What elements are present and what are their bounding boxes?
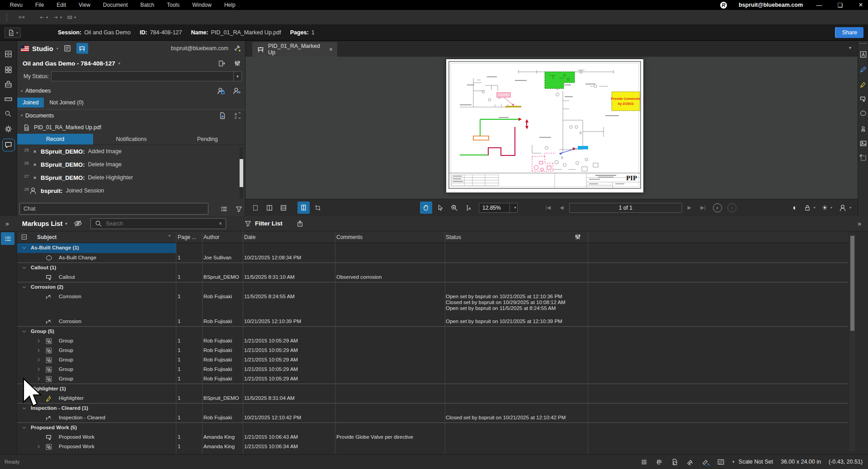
markup-row[interactable]: Proposed Work1Amanda King1/21/2015 10:06… bbox=[17, 432, 848, 442]
markup-group-header[interactable]: Corrosion (2) bbox=[17, 282, 848, 292]
session-name-title[interactable]: Oil and Gas Demo - 784-408-127 bbox=[23, 60, 115, 67]
markup-group-header[interactable]: Highlighter (1) bbox=[17, 384, 848, 394]
my-status-select[interactable]: ▾ bbox=[51, 71, 242, 81]
tab-joined[interactable]: Joined bbox=[17, 98, 44, 108]
previous-page-button[interactable]: ◀ bbox=[556, 205, 567, 211]
markups-title-chevron-icon[interactable]: ▾ bbox=[65, 221, 67, 226]
add-document-icon[interactable] bbox=[218, 112, 226, 120]
tab-notifications[interactable]: Notifications bbox=[93, 134, 169, 145]
markup-row[interactable]: Group1Rob Fujisaki1/21/2015 10:05:29 AM bbox=[17, 336, 848, 346]
column-comments[interactable]: Comments bbox=[336, 234, 363, 240]
markup-row[interactable]: As-Built Change1Joe Sullivan10/21/2025 1… bbox=[17, 253, 848, 263]
filter-list-button[interactable]: Filter List bbox=[244, 220, 283, 227]
tab-pending[interactable]: Pending bbox=[170, 134, 245, 145]
markup-row[interactable]: Callout1BSpruit_DEMO11/5/2025 8:31:10 AM… bbox=[17, 272, 848, 282]
last-page-button[interactable]: ▶| bbox=[697, 205, 709, 211]
menu-edit[interactable]: Edit bbox=[50, 0, 72, 9]
region-flag-icon[interactable] bbox=[21, 46, 29, 52]
search-icon[interactable] bbox=[4, 110, 13, 119]
highlighter-tool-icon[interactable] bbox=[859, 80, 867, 88]
file-access-icon[interactable] bbox=[4, 50, 13, 59]
markup-row[interactable]: Group1Rob Fujisaki1/21/2015 10:05:29 AM bbox=[17, 355, 848, 365]
markups-list-mode-button[interactable] bbox=[1, 232, 14, 245]
row-expand-icon[interactable] bbox=[36, 367, 41, 372]
panel-expand-icon[interactable]: » bbox=[5, 220, 9, 227]
column-status[interactable]: Status bbox=[446, 234, 461, 240]
row-expand-icon[interactable] bbox=[36, 444, 41, 449]
first-page-button[interactable]: |◀ bbox=[542, 205, 554, 211]
sort-ascending-icon[interactable]: ⌃ bbox=[167, 234, 172, 240]
attendees-view-icon[interactable] bbox=[839, 204, 847, 212]
thumbnails-icon[interactable] bbox=[4, 66, 13, 75]
tab-overflow-chevron-icon[interactable]: ▾ bbox=[849, 45, 851, 50]
markup-row[interactable]: Inspection - Cleared1Rob Fujisaki10/21/2… bbox=[17, 413, 848, 422]
grid-menu-button[interactable]: ▾ bbox=[66, 14, 76, 20]
export-markups-icon[interactable] bbox=[296, 220, 304, 227]
chat-input[interactable] bbox=[19, 203, 208, 215]
menu-revu[interactable]: Revu bbox=[4, 0, 29, 9]
menu-tools[interactable]: Tools bbox=[160, 0, 186, 9]
markup-row[interactable]: Corrosion1Rob Fujisaki11/5/2025 8:24:55 … bbox=[17, 292, 848, 317]
hide-markups-icon[interactable] bbox=[74, 219, 82, 228]
previous-view-button[interactable]: ‹ bbox=[713, 203, 722, 212]
markup-row[interactable]: Group1Rob Fujisaki1/21/2015 10:05:29 AM bbox=[17, 346, 848, 355]
snapshot-tool-icon[interactable] bbox=[859, 154, 867, 162]
record-scrollbar[interactable] bbox=[240, 147, 243, 198]
documents-collapse-icon[interactable]: ▾ bbox=[21, 113, 23, 117]
clear-search-icon[interactable]: × bbox=[215, 220, 226, 227]
column-settings-icon[interactable] bbox=[574, 233, 581, 240]
record-item[interactable]: 27×BSpruit_DEMO:Delete Highlighter bbox=[17, 171, 245, 184]
grid-toggle-icon[interactable] bbox=[640, 458, 648, 466]
attendees-collapse-icon[interactable]: ▾ bbox=[21, 89, 23, 93]
group-collapse-icon[interactable] bbox=[22, 406, 27, 411]
group-collapse-icon[interactable] bbox=[22, 285, 27, 290]
lock-icon[interactable] bbox=[804, 204, 811, 211]
markup-row[interactable]: Proposed Work1Amanda King1/21/2015 10:06… bbox=[17, 442, 848, 451]
markup-group-header[interactable]: As-Built Change (1) bbox=[17, 243, 848, 253]
record-item[interactable]: 25×BSpruit_DEMO:Added Image bbox=[17, 145, 245, 158]
record-item[interactable]: 28bspruit:Joined Session bbox=[17, 184, 245, 197]
attendee-permissions-icon[interactable] bbox=[217, 87, 225, 95]
markups-search[interactable]: × bbox=[90, 218, 226, 229]
cloud-tool-icon[interactable] bbox=[859, 110, 867, 117]
select-text-button[interactable]: A bbox=[462, 202, 474, 214]
studio-title-chevron-icon[interactable]: ▾ bbox=[57, 47, 58, 51]
redo-markup-icon[interactable] bbox=[702, 458, 709, 466]
fit-page-button[interactable] bbox=[297, 202, 310, 214]
markup-group-header[interactable]: Inspection - Cleared (1) bbox=[17, 403, 848, 413]
studio-projects-button[interactable] bbox=[61, 43, 73, 54]
restore-button[interactable]: ❏ bbox=[835, 2, 844, 9]
snap-grid-icon[interactable] bbox=[656, 458, 663, 466]
row-expand-icon[interactable] bbox=[36, 357, 41, 362]
toolbar-grip[interactable] bbox=[6, 13, 8, 21]
menu-document[interactable]: Document bbox=[97, 0, 134, 9]
leave-session-icon[interactable] bbox=[218, 60, 226, 67]
pen-tool-icon[interactable] bbox=[859, 66, 867, 73]
crop-view-button[interactable] bbox=[311, 202, 324, 214]
zoom-level-select[interactable]: 12.85%▾ bbox=[479, 203, 518, 213]
studio-chat-icon[interactable] bbox=[4, 141, 13, 150]
next-view-button[interactable]: › bbox=[727, 203, 736, 212]
record-item[interactable]: 26×BSpruit_DEMO:Delete Image bbox=[17, 158, 245, 171]
markup-row[interactable]: Group1Rob Fujisaki1/21/2015 10:05:29 AM bbox=[17, 374, 848, 384]
column-page[interactable]: Page ... bbox=[178, 234, 196, 240]
undo-markup-icon[interactable] bbox=[686, 458, 694, 466]
measurements-icon[interactable] bbox=[4, 95, 13, 104]
contrast-button[interactable]: ◐ bbox=[793, 203, 797, 212]
tool-chest-icon[interactable] bbox=[4, 80, 13, 89]
stamp-tool-icon[interactable] bbox=[859, 125, 867, 132]
text-tool-icon[interactable] bbox=[859, 51, 867, 58]
markups-list-title[interactable]: Markups List bbox=[22, 220, 62, 227]
group-collapse-icon[interactable] bbox=[22, 265, 27, 270]
document-list-item[interactable]: PID_01_RA_Marked Up.pdf bbox=[17, 122, 245, 133]
pan-button[interactable] bbox=[420, 202, 432, 214]
scale-status[interactable]: Scale Not Set bbox=[739, 459, 773, 465]
group-collapse-icon[interactable] bbox=[22, 386, 27, 391]
image-tool-icon[interactable] bbox=[859, 140, 867, 147]
brightness-button[interactable]: ☀ bbox=[822, 204, 828, 212]
document-tab[interactable]: PID_01_RA_Marked Up × bbox=[252, 42, 337, 56]
menu-batch[interactable]: Batch bbox=[134, 0, 161, 9]
zoom-tool-button[interactable] bbox=[448, 202, 460, 214]
pdf-canvas[interactable]: Provide Comments by 2/15/23 bbox=[245, 56, 858, 199]
panel-collapse-icon[interactable]: » bbox=[858, 220, 861, 227]
